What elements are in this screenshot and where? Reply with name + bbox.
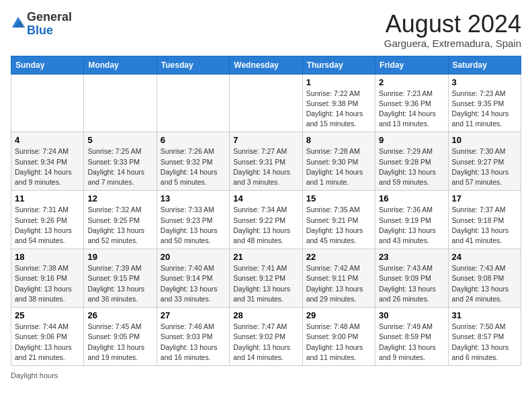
calendar-cell: 6Sunrise: 7:26 AM Sunset: 9:32 PM Daylig… <box>157 132 229 191</box>
calendar-cell: 13Sunrise: 7:33 AM Sunset: 9:23 PM Dayli… <box>157 191 229 249</box>
day-number: 31 <box>452 310 517 320</box>
day-info: Sunrise: 7:42 AM Sunset: 9:11 PM Dayligh… <box>306 263 371 304</box>
day-number: 16 <box>379 193 444 203</box>
calendar-cell: 2Sunrise: 7:23 AM Sunset: 9:36 PM Daylig… <box>375 74 448 132</box>
calendar-cell: 25Sunrise: 7:44 AM Sunset: 9:06 PM Dayli… <box>11 308 84 366</box>
weekday-header-wednesday: Wednesday <box>230 56 302 74</box>
calendar-week-row: 1Sunrise: 7:22 AM Sunset: 9:38 PM Daylig… <box>11 74 521 132</box>
logo: General Blue <box>11 11 72 38</box>
calendar-cell: 4Sunrise: 7:24 AM Sunset: 9:34 PM Daylig… <box>11 132 84 191</box>
calendar-cell: 16Sunrise: 7:36 AM Sunset: 9:19 PM Dayli… <box>375 191 448 249</box>
weekday-header-saturday: Saturday <box>448 56 521 74</box>
day-info: Sunrise: 7:33 AM Sunset: 9:23 PM Dayligh… <box>161 205 226 246</box>
calendar-cell: 15Sunrise: 7:35 AM Sunset: 9:21 PM Dayli… <box>302 191 375 249</box>
day-number: 12 <box>87 193 152 203</box>
calendar-week-row: 4Sunrise: 7:24 AM Sunset: 9:34 PM Daylig… <box>11 132 521 191</box>
calendar-cell: 11Sunrise: 7:31 AM Sunset: 9:26 PM Dayli… <box>11 191 84 249</box>
calendar-cell: 8Sunrise: 7:28 AM Sunset: 9:30 PM Daylig… <box>302 132 375 191</box>
calendar-cell: 24Sunrise: 7:43 AM Sunset: 9:08 PM Dayli… <box>448 249 521 308</box>
day-number: 11 <box>15 193 80 203</box>
weekday-header-friday: Friday <box>375 56 448 74</box>
day-number: 14 <box>233 193 298 203</box>
day-info: Sunrise: 7:39 AM Sunset: 9:15 PM Dayligh… <box>87 263 152 304</box>
calendar-cell: 14Sunrise: 7:34 AM Sunset: 9:22 PM Dayli… <box>230 191 302 249</box>
weekday-header-thursday: Thursday <box>302 56 375 74</box>
calendar-cell: 12Sunrise: 7:32 AM Sunset: 9:25 PM Dayli… <box>84 191 157 249</box>
day-info: Sunrise: 7:23 AM Sunset: 9:35 PM Dayligh… <box>452 89 517 130</box>
day-number: 28 <box>233 310 298 320</box>
calendar-header: SundayMondayTuesdayWednesdayThursdayFrid… <box>11 56 521 74</box>
day-info: Sunrise: 7:43 AM Sunset: 9:09 PM Dayligh… <box>379 263 444 304</box>
logo-blue-text: Blue <box>27 24 53 37</box>
calendar-cell: 18Sunrise: 7:38 AM Sunset: 9:16 PM Dayli… <box>11 249 84 308</box>
day-info: Sunrise: 7:41 AM Sunset: 9:12 PM Dayligh… <box>233 263 298 304</box>
day-number: 19 <box>87 252 152 262</box>
day-number: 9 <box>379 135 444 145</box>
day-number: 27 <box>161 310 226 320</box>
day-number: 4 <box>15 135 80 145</box>
calendar-cell: 9Sunrise: 7:29 AM Sunset: 9:28 PM Daylig… <box>375 132 448 191</box>
calendar-cell: 22Sunrise: 7:42 AM Sunset: 9:11 PM Dayli… <box>302 249 375 308</box>
calendar-cell: 21Sunrise: 7:41 AM Sunset: 9:12 PM Dayli… <box>230 249 302 308</box>
day-number: 15 <box>306 193 371 203</box>
day-number: 23 <box>379 252 444 262</box>
calendar-cell <box>157 74 229 132</box>
day-info: Sunrise: 7:28 AM Sunset: 9:30 PM Dayligh… <box>306 146 371 187</box>
calendar-cell: 19Sunrise: 7:39 AM Sunset: 9:15 PM Dayli… <box>84 249 157 308</box>
weekday-header-row: SundayMondayTuesdayWednesdayThursdayFrid… <box>11 56 521 74</box>
header: General Blue August 2024 Garguera, Extre… <box>11 11 521 49</box>
calendar-cell: 5Sunrise: 7:25 AM Sunset: 9:33 PM Daylig… <box>84 132 157 191</box>
day-info: Sunrise: 7:31 AM Sunset: 9:26 PM Dayligh… <box>15 205 80 246</box>
day-number: 10 <box>452 135 517 145</box>
day-info: Sunrise: 7:37 AM Sunset: 9:18 PM Dayligh… <box>452 205 517 246</box>
calendar-cell: 20Sunrise: 7:40 AM Sunset: 9:14 PM Dayli… <box>157 249 229 308</box>
calendar-cell: 26Sunrise: 7:45 AM Sunset: 9:05 PM Dayli… <box>84 308 157 366</box>
weekday-header-monday: Monday <box>84 56 157 74</box>
day-number: 29 <box>306 310 371 320</box>
day-number: 22 <box>306 252 371 262</box>
day-info: Sunrise: 7:45 AM Sunset: 9:05 PM Dayligh… <box>87 322 152 363</box>
calendar-body: 1Sunrise: 7:22 AM Sunset: 9:38 PM Daylig… <box>11 74 521 365</box>
subtitle: Garguera, Extremadura, Spain <box>384 38 521 49</box>
calendar-cell <box>11 74 84 132</box>
day-number: 20 <box>161 252 226 262</box>
calendar-cell: 3Sunrise: 7:23 AM Sunset: 9:35 PM Daylig… <box>448 74 521 132</box>
day-info: Sunrise: 7:48 AM Sunset: 9:00 PM Dayligh… <box>306 322 371 363</box>
day-number: 1 <box>306 77 371 87</box>
day-info: Sunrise: 7:32 AM Sunset: 9:25 PM Dayligh… <box>87 205 152 246</box>
day-number: 26 <box>87 310 152 320</box>
title-area: August 2024 Garguera, Extremadura, Spain <box>384 11 521 49</box>
day-info: Sunrise: 7:23 AM Sunset: 9:36 PM Dayligh… <box>379 89 444 130</box>
calendar-cell: 7Sunrise: 7:27 AM Sunset: 9:31 PM Daylig… <box>230 132 302 191</box>
logo-icon <box>11 15 26 30</box>
day-info: Sunrise: 7:46 AM Sunset: 9:03 PM Dayligh… <box>161 322 226 363</box>
calendar-table: SundayMondayTuesdayWednesdayThursdayFrid… <box>11 56 521 366</box>
day-number: 13 <box>161 193 226 203</box>
day-number: 2 <box>379 77 444 87</box>
day-info: Sunrise: 7:50 AM Sunset: 8:57 PM Dayligh… <box>452 322 517 363</box>
day-number: 17 <box>452 193 517 203</box>
day-number: 7 <box>233 135 298 145</box>
day-info: Sunrise: 7:22 AM Sunset: 9:38 PM Dayligh… <box>306 89 371 130</box>
day-info: Sunrise: 7:27 AM Sunset: 9:31 PM Dayligh… <box>233 146 298 187</box>
logo-general-text: General <box>27 10 72 24</box>
calendar-week-row: 11Sunrise: 7:31 AM Sunset: 9:26 PM Dayli… <box>11 191 521 249</box>
calendar-cell: 28Sunrise: 7:47 AM Sunset: 9:02 PM Dayli… <box>230 308 302 366</box>
day-info: Sunrise: 7:35 AM Sunset: 9:21 PM Dayligh… <box>306 205 371 246</box>
day-info: Sunrise: 7:49 AM Sunset: 8:59 PM Dayligh… <box>379 322 444 363</box>
day-info: Sunrise: 7:25 AM Sunset: 9:33 PM Dayligh… <box>87 146 152 187</box>
day-info: Sunrise: 7:30 AM Sunset: 9:27 PM Dayligh… <box>452 146 517 187</box>
calendar-week-row: 18Sunrise: 7:38 AM Sunset: 9:16 PM Dayli… <box>11 249 521 308</box>
weekday-header-sunday: Sunday <box>11 56 84 74</box>
day-number: 24 <box>452 252 517 262</box>
main-title: August 2024 <box>384 11 521 38</box>
day-number: 30 <box>379 310 444 320</box>
day-number: 5 <box>87 135 152 145</box>
calendar-cell: 10Sunrise: 7:30 AM Sunset: 9:27 PM Dayli… <box>448 132 521 191</box>
day-info: Sunrise: 7:24 AM Sunset: 9:34 PM Dayligh… <box>15 146 80 187</box>
day-number: 6 <box>161 135 226 145</box>
calendar-cell <box>230 74 302 132</box>
calendar-cell: 1Sunrise: 7:22 AM Sunset: 9:38 PM Daylig… <box>302 74 375 132</box>
day-info: Sunrise: 7:40 AM Sunset: 9:14 PM Dayligh… <box>161 263 226 304</box>
calendar-cell: 29Sunrise: 7:48 AM Sunset: 9:00 PM Dayli… <box>302 308 375 366</box>
